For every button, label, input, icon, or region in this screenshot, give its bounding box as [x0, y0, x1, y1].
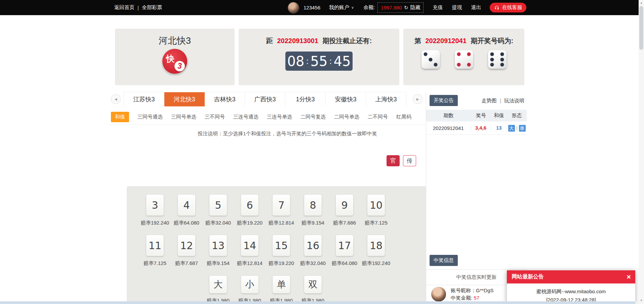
- divider-line: [108, 124, 426, 125]
- bet-option-14[interactable]: 14: [241, 235, 259, 256]
- game-tab-安徽快3[interactable]: 安徽快3: [326, 92, 366, 106]
- all-lottery-link[interactable]: 全部彩票: [142, 4, 162, 11]
- draw-announcement-tab[interactable]: 开奖公告: [430, 95, 458, 106]
- play-tab-和值[interactable]: 和值: [111, 112, 129, 122]
- horizontal-scrollbar[interactable]: [0, 301, 644, 304]
- balance-value: 1997.980: [381, 5, 402, 10]
- bet-option-8[interactable]: 8: [304, 194, 322, 216]
- play-tab-三连号单选[interactable]: 三连号单选: [267, 114, 292, 120]
- bet-option-10[interactable]: 10: [367, 194, 385, 216]
- bet-option-11[interactable]: 11: [146, 235, 164, 256]
- back-home-link[interactable]: 返回首页: [114, 4, 134, 11]
- odds-label: 赔率192.240: [141, 220, 169, 226]
- bet-option-16[interactable]: 16: [304, 235, 322, 256]
- betting-instruction: 投注说明：至少选择1个和值投注，选号与开奖的三个号码相加的数值一致即中奖: [134, 131, 440, 137]
- play-tab-二同号复选[interactable]: 二同号复选: [300, 114, 326, 120]
- amount-value: 57: [474, 295, 479, 301]
- vertical-scrollbar[interactable]: ▲ ▼: [639, 0, 644, 304]
- header-sum: 和值: [491, 112, 507, 119]
- odds-label: 赔率64.080: [174, 220, 199, 226]
- play-tab-二同号单选[interactable]: 二同号单选: [334, 114, 359, 120]
- bet-cell: 14赔率12.814: [234, 235, 266, 267]
- withdraw-link[interactable]: 提现: [452, 4, 462, 11]
- bet-option-大[interactable]: 大: [209, 275, 227, 294]
- tabs-scroll-left-button[interactable]: ◀: [111, 94, 121, 104]
- bet-row-options: 大赔率1.980小赔率1.980单赔率1.980双赔率1.980: [202, 275, 329, 304]
- winning-info-tab[interactable]: 中奖信息: [430, 255, 458, 266]
- bet-option-13[interactable]: 13: [209, 235, 227, 256]
- game-tab-河北快3[interactable]: 河北快3: [164, 92, 205, 106]
- headset-icon: [494, 5, 499, 10]
- customer-service-button[interactable]: 在线客服: [490, 3, 526, 12]
- scroll-up-icon[interactable]: ▲: [639, 1, 644, 4]
- row-winning-numbers: 3,4,6: [471, 123, 491, 133]
- game-tab-1分快3[interactable]: 1分快3: [285, 92, 326, 106]
- play-tab-红黑码[interactable]: 红黑码: [396, 114, 411, 120]
- my-account-menu[interactable]: 我的账户 ∨: [329, 4, 354, 11]
- play-tab-三不同号[interactable]: 三不同号: [205, 114, 225, 120]
- game-tab-吉林快3[interactable]: 吉林快3: [205, 92, 245, 106]
- logout-link[interactable]: 退出: [471, 4, 481, 11]
- bet-option-3[interactable]: 3: [146, 194, 164, 216]
- next-issue-number: 20220913001: [277, 37, 318, 44]
- announcement-popup: 网站最新公告 × 蜜桃源码网--www.mitaobo.com [2022-09…: [507, 270, 635, 304]
- recharge-link[interactable]: 充值: [433, 4, 443, 11]
- bet-option-4[interactable]: 4: [177, 194, 196, 216]
- bet-option-单[interactable]: 单: [272, 275, 290, 294]
- official-mode-button[interactable]: 官: [387, 155, 400, 166]
- play-tab-三同号通选[interactable]: 三同号通选: [137, 114, 163, 120]
- bet-cell: 8赔率9.154: [297, 194, 329, 226]
- hide-balance-button[interactable]: 隐藏: [410, 4, 420, 11]
- timer-separator: :: [329, 57, 332, 66]
- horizontal-scrollbar-thumb[interactable]: [0, 301, 635, 304]
- odds-label: 赔率9.154: [301, 220, 324, 226]
- trend-chart-link[interactable]: 走势图: [482, 98, 497, 103]
- result-prefix: 第: [414, 37, 421, 44]
- refresh-icon[interactable]: ↻: [404, 5, 408, 11]
- bet-option-12[interactable]: 12: [177, 235, 196, 256]
- game-tab-上海快3[interactable]: 上海快3: [366, 92, 406, 106]
- play-rules-link[interactable]: 玩法说明: [504, 98, 524, 103]
- bet-option-小[interactable]: 小: [241, 275, 259, 294]
- bet-option-9[interactable]: 9: [335, 194, 354, 216]
- tabs-scroll-right-button[interactable]: ▶: [413, 94, 422, 104]
- odds-label: 赔率19.220: [237, 220, 263, 226]
- odds-label: 赔率32.040: [300, 260, 326, 267]
- header-issue: 期数: [426, 112, 471, 119]
- traditional-mode-button[interactable]: 传: [403, 155, 416, 166]
- play-tab-二不同号[interactable]: 二不同号: [368, 114, 388, 120]
- logo-kuai-text: 快: [166, 53, 174, 64]
- bet-cell: 5赔率32.040: [202, 194, 234, 226]
- close-icon[interactable]: ×: [627, 274, 631, 280]
- die-dot: [434, 63, 438, 66]
- bet-row-1: 3赔率192.2404赔率64.0805赔率32.0406赔率19.2207赔率…: [139, 194, 392, 226]
- bet-option-5[interactable]: 5: [209, 194, 227, 216]
- header-shape: 形态: [507, 112, 527, 119]
- die-4: [455, 50, 473, 69]
- play-tab-三同号单选[interactable]: 三同号单选: [171, 114, 196, 120]
- bet-cell: 大赔率1.980: [202, 275, 234, 304]
- countdown-prefix: 距: [266, 37, 273, 44]
- bet-option-15[interactable]: 15: [272, 235, 290, 256]
- user-avatar[interactable]: [288, 2, 299, 13]
- game-tab-江苏快3[interactable]: 江苏快3: [124, 92, 164, 106]
- play-tab-三连号通选[interactable]: 三连号通选: [233, 114, 258, 120]
- vertical-scrollbar-thumb[interactable]: [639, 6, 643, 50]
- countdown-timer: 08 : 55 : 45: [285, 52, 353, 71]
- odds-label: 赔率9.154: [207, 260, 230, 267]
- bet-option-7[interactable]: 7: [272, 194, 290, 216]
- result-panel: 第 20220912041 期开奖号码为:: [403, 29, 524, 85]
- topbar-divider: |: [137, 5, 139, 10]
- scroll-down-icon[interactable]: ▼: [639, 299, 644, 302]
- sidebar-links: 走势图 | 玩法说明: [467, 98, 524, 104]
- bet-option-18[interactable]: 18: [367, 235, 385, 256]
- balance-box[interactable]: 1997.980 ↻ 隐藏: [377, 2, 424, 13]
- badge-separator: |: [516, 125, 518, 131]
- bet-option-17[interactable]: 17: [335, 235, 354, 256]
- die-dot: [467, 53, 471, 56]
- results-table-header: 期数 奖号 和值 形态: [426, 110, 527, 122]
- bet-option-双[interactable]: 双: [304, 275, 322, 294]
- bet-option-6[interactable]: 6: [241, 194, 259, 216]
- bet-cell: 6赔率19.220: [234, 194, 266, 226]
- game-tab-广西快3[interactable]: 广西快3: [245, 92, 285, 106]
